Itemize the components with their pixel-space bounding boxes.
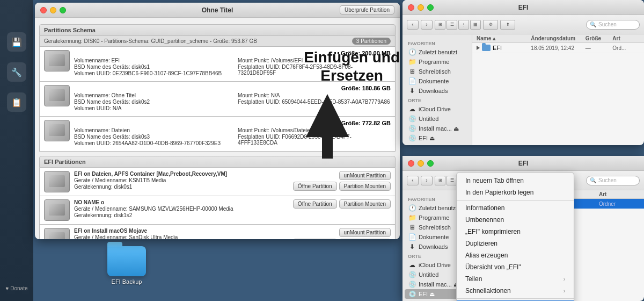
mount-partition-button-2[interactable]: Partition Mounten <box>339 239 391 239</box>
icloud-icon-top: ☁ <box>408 105 416 113</box>
bsd-name-2: BSD Name des Geräts: disk0s3 <box>74 134 227 140</box>
sidebar-item-desktop-top[interactable]: 🖥Schreibtisch <box>405 67 470 76</box>
sidebar-item-install-top[interactable]: 💿Install mac... ⏏ <box>405 124 470 133</box>
sidebar-icon-1[interactable]: 💾 <box>7 32 26 52</box>
list-view-top[interactable]: ☰ <box>447 20 457 30</box>
ctx-rename[interactable]: Umbenennen <box>457 214 574 226</box>
finder-titlebar-bottom: EFI <box>402 156 644 171</box>
sidebar-icon-2[interactable]: 🔧 <box>7 62 26 82</box>
ctx-duplicate[interactable]: Duplizieren <box>457 238 574 249</box>
ctx-share[interactable]: Teilen › <box>457 273 574 285</box>
finder-close-bottom[interactable] <box>408 160 414 167</box>
recently-label-top: Zuletzt benutzt <box>419 49 457 55</box>
close-button[interactable] <box>40 7 47 13</box>
check-partition-button[interactable]: Überprüfe Partition <box>340 5 394 15</box>
sidebar-item-downloads-top[interactable]: ⬇Downloads <box>405 86 470 96</box>
sidebar-item-recently-top[interactable]: 🕐Zuletzt benutzt <box>405 47 470 57</box>
volume-name-1: Volumenname: Ohne Titel <box>74 92 227 98</box>
partitions-badge: 3 Partitionen <box>352 38 391 45</box>
ctx-trash-label: In den Papierkorb legen <box>465 189 533 196</box>
icon-view-bottom[interactable]: ⊞ <box>435 176 445 185</box>
maximize-button[interactable] <box>60 7 66 13</box>
share-button-top[interactable]: ⬆ <box>500 20 515 30</box>
selected-kind-bottom: Ordner <box>599 201 640 207</box>
docs-label-top: Dokumente <box>419 78 449 84</box>
column-view-top[interactable]: ⋮ <box>458 20 469 30</box>
folder-backup-label: EFI Backup <box>112 278 142 285</box>
finder-row-efi-top[interactable]: EFI 18.05.2019, 12:42 — Ord... <box>472 43 644 53</box>
sidebar-item-dateien-top[interactable]: 📁Dateien <box>405 143 470 145</box>
ctx-open-tab-label: In neuem Tab öffnen <box>465 177 524 184</box>
list-view-bottom[interactable]: ☰ <box>447 176 457 185</box>
efi-name-0: EFI on Dateien, APFS Container [Mac,Preb… <box>74 171 289 177</box>
efi-icon-top: 💿 <box>408 134 416 142</box>
mount-punkt-0: Mount Punkt: /Volumes/EFI 1 <box>238 58 391 63</box>
partition-row-1: Volumenname: Ohne Titel BSD Name des Ger… <box>74 92 391 112</box>
open-partition-button-2[interactable]: Öffne Partition <box>293 239 337 239</box>
partition-col-left-0: Volumenname: EFI BSD Name des Geräts: di… <box>74 58 227 77</box>
donate-label[interactable]: ♥ Donate <box>0 285 33 291</box>
ctx-quickactions[interactable]: Schnellaktionen › <box>457 285 574 297</box>
section-header-efi: EFI Partitionen <box>39 156 396 168</box>
finder-min-top[interactable] <box>418 4 424 11</box>
ctx-quickactions-arrow: › <box>564 288 565 294</box>
sidebar-item-efi-top[interactable]: 💿EFI ⏏ <box>405 133 470 143</box>
left-sidebar: 💾 🔧 📋 ♥ Donate <box>0 0 33 301</box>
forward-button-bottom[interactable]: › <box>421 176 433 185</box>
sidebar-item-docs-top[interactable]: 📄Dokumente <box>405 76 470 86</box>
finder-max-top[interactable] <box>427 4 434 11</box>
volume-uuid-1: Volumen UUID: N/A <box>74 105 227 111</box>
device-label: Gerätekennung: DISK0 - Partitions-Schema… <box>44 38 257 44</box>
mount-partition-button-0[interactable]: Partition Mounten <box>339 182 391 191</box>
partition-col-left-2: Volumenname: Dateien BSD Name des Geräts… <box>74 127 227 147</box>
efi-kind-top: Ord... <box>612 45 640 51</box>
open-partition-button-1[interactable]: Öffne Partition <box>293 199 337 209</box>
ctx-compress[interactable]: „EFI" komprimieren <box>457 226 574 238</box>
recently-icon-top: 🕐 <box>408 48 416 56</box>
ctx-share-arrow: › <box>564 276 565 282</box>
untitled-icon-top: 💿 <box>408 115 416 123</box>
partition-details-1: Größe: 180.86 GB Volumenname: Ohne Titel… <box>74 85 391 113</box>
sidebar-item-icloud-top[interactable]: ☁iCloud Drive <box>405 104 470 114</box>
ctx-divider-1 <box>457 200 574 200</box>
finder-close-top[interactable] <box>408 4 414 11</box>
sidebar-item-apps-top[interactable]: 📁Programme <box>405 57 470 67</box>
partition-titlebar: Ohne Titel Überprüfe Partition <box>35 3 400 18</box>
minimize-button[interactable] <box>50 7 56 13</box>
back-button-top[interactable]: ‹ <box>407 20 419 30</box>
ctx-open-tab[interactable]: In neuem Tab öffnen <box>457 175 574 187</box>
finder-max-bottom[interactable] <box>427 160 434 167</box>
ctx-alias[interactable]: Alias erzeugen <box>457 249 574 261</box>
finder-min-bottom[interactable] <box>418 160 424 167</box>
action-button-top[interactable]: ⚙ <box>483 20 498 30</box>
finder-search-bottom[interactable]: 🔍 Suchen <box>586 176 640 185</box>
folder-large[interactable]: EFI Backup <box>107 246 146 285</box>
icon-view-top[interactable]: ⊞ <box>435 20 445 30</box>
partition-item-0: Größe: 200.00 MB Volumenname: EFI BSD Na… <box>39 47 396 82</box>
ctx-quicklook[interactable]: Übersicht von „EFI" <box>457 261 574 273</box>
apps-icon-top: 📁 <box>408 58 416 66</box>
downloads-label-top: Downloads <box>419 88 448 94</box>
back-button-bottom[interactable]: ‹ <box>407 176 419 185</box>
finder-search-top[interactable]: 🔍 Suchen <box>586 20 640 30</box>
unmount-button-2[interactable]: unMount Partition <box>339 228 391 237</box>
disk-icon-2 <box>44 120 70 141</box>
partition-content: Partitions Schema Gerätekennung: DISK0 -… <box>35 18 400 239</box>
forward-button-top[interactable]: › <box>421 20 433 30</box>
gallery-view-top[interactable]: ▦ <box>470 20 481 30</box>
disk-icon-1 <box>44 85 70 106</box>
col-date-header-top: Änderungsdatum <box>531 35 585 41</box>
docs-icon-top: 📄 <box>408 77 416 85</box>
festplatten-uuid-0: Festplatten UUID: DC76F8F4-2F53-48D9-8F0… <box>238 64 391 76</box>
unmount-button-0[interactable]: unMount Partition <box>339 171 391 180</box>
open-partition-button-0[interactable]: Öffne Partition <box>293 182 337 191</box>
sidebar-item-untitled-top[interactable]: 💿Untitled <box>405 114 470 124</box>
finder-body-top: Favoriten 🕐Zuletzt benutzt 📁Programme 🖥S… <box>402 34 644 145</box>
efi-label-top: EFI ⏏ <box>419 135 435 142</box>
ctx-trash[interactable]: In den Papierkorb legen <box>457 187 574 198</box>
sidebar-icon-3[interactable]: 📋 <box>7 92 26 112</box>
ctx-info[interactable]: Informationen <box>457 202 574 214</box>
efi-kennung-1: Gerätekennung: disk1s2 <box>74 212 289 218</box>
mount-partition-button-1[interactable]: Partition Mounten <box>339 199 391 209</box>
partition-size-2: Größe: 772.82 GB <box>341 120 391 126</box>
